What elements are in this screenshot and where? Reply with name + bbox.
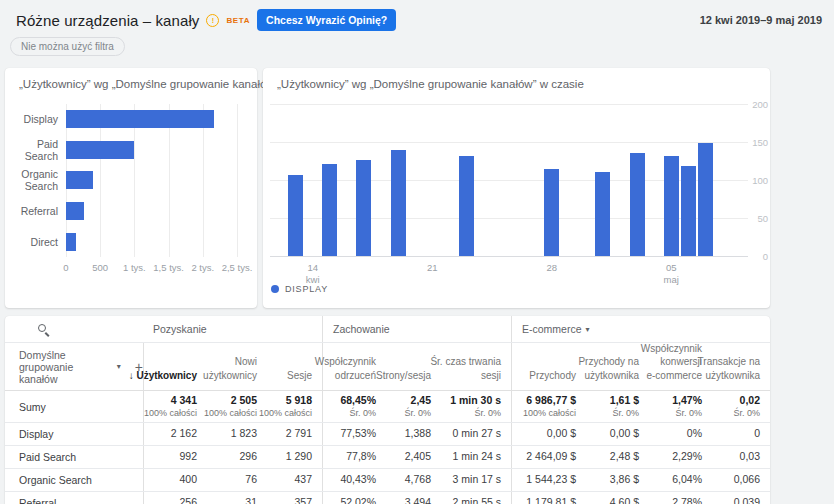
- column-header-sesje[interactable]: Sesje: [267, 343, 322, 390]
- cell-value: 2,48 $: [610, 450, 639, 464]
- value-cell: 2,29%: [649, 446, 712, 468]
- bar-organic-search[interactable]: [66, 171, 93, 189]
- cell-value: 437: [294, 473, 312, 487]
- column-header-u-ytkownicy[interactable]: ↓ Użytkownicy: [143, 343, 207, 390]
- value-cell: 0,039: [712, 492, 770, 504]
- x-tick-label: 14 kwi: [306, 262, 320, 286]
- column-header-nowi[interactable]: Nowi użytkownicy: [207, 343, 267, 390]
- y-tick-label: 100: [750, 175, 768, 186]
- time-bar-13-kwi[interactable]: [288, 175, 303, 256]
- column-header-label: Strony/sesja: [376, 369, 431, 383]
- group-header-zachowanie: Zachowanie: [322, 316, 511, 342]
- value-cell: 357: [267, 492, 322, 504]
- column-header-przychody-na[interactable]: Przychody na użytkownika: [586, 343, 649, 390]
- cell-value: 0,066: [734, 473, 760, 487]
- value-cell: 0,00 $: [586, 423, 649, 445]
- cell-value: 2 162: [171, 427, 197, 441]
- time-bar-17-kwi[interactable]: [356, 160, 371, 256]
- value-cell: 2 min 55 s: [441, 492, 511, 504]
- cell-value: 0 min 27 s: [453, 427, 501, 441]
- time-bar-23-kwi[interactable]: [459, 156, 474, 256]
- chevron-down-icon: ▾: [117, 362, 121, 371]
- bar-paid-search[interactable]: [66, 141, 134, 159]
- left-chart-row-display: Display: [5, 104, 237, 135]
- x-tick-label: 2,5 tys.: [222, 262, 253, 273]
- bar-referral[interactable]: [66, 202, 84, 220]
- left-chart-x-axis: 05001 tys.1,5 tys.2 tys.2,5 tys.: [66, 262, 237, 276]
- column-header-przychody[interactable]: Przychody: [511, 343, 586, 390]
- cell-subvalue: Śr. 0%: [450, 407, 501, 420]
- column-header-label: Współczynnik konwersji e-commerce: [641, 342, 702, 383]
- value-cell: 0,066: [712, 469, 770, 491]
- page-header: Różne urządzenia – kanały ! BETA Chcesz …: [16, 9, 396, 31]
- value-cell: 2 162: [143, 423, 207, 445]
- cell-value: 1 179,81 $: [526, 496, 576, 504]
- cell-value: 0,03: [740, 450, 760, 464]
- value-cell: 2,78%: [649, 492, 712, 504]
- date-range-selector[interactable]: 12 kwi 2019–9 maj 2019: [700, 14, 822, 26]
- search-icon: [38, 324, 49, 335]
- users-over-time-chart-card: „Użytkownicy” wg „Domyślne grupowanie ka…: [263, 68, 770, 308]
- value-cell: 0%: [649, 423, 712, 445]
- time-bar-28-kwi[interactable]: [544, 169, 559, 256]
- time-bar-1-maj[interactable]: [595, 172, 610, 256]
- x-tick-label: 2 tys.: [191, 262, 214, 273]
- cell-value: 1,47%: [672, 393, 702, 407]
- column-header-label: Śr. czas trwania sesji: [430, 355, 501, 382]
- channel-name: Referral: [5, 492, 143, 504]
- column-header-label: Nowi użytkownicy: [203, 355, 257, 382]
- x-tick-label: 500: [92, 262, 108, 273]
- x-tick-label: 21: [427, 262, 438, 274]
- bar-direct[interactable]: [66, 233, 76, 251]
- time-bar-15-kwi[interactable]: [322, 164, 337, 256]
- channel-name: Display: [5, 423, 143, 445]
- column-header--r-czas-trwania[interactable]: Śr. czas trwania sesji: [441, 343, 511, 390]
- value-cell: 2 464,09 $: [511, 446, 586, 468]
- column-header-transakcje-na[interactable]: Transakcje na użytkownika: [712, 343, 770, 390]
- category-label: Paid Search: [5, 138, 66, 162]
- value-cell: 1 290: [267, 446, 322, 468]
- bar-display[interactable]: [66, 110, 214, 128]
- cell-value: 296: [239, 450, 257, 464]
- time-bar-6-maj[interactable]: [681, 166, 696, 256]
- cell-value: 4 341: [144, 393, 197, 407]
- cell-value: 2 505: [204, 393, 257, 407]
- column-header-wsp-czynnik[interactable]: Współczynnik odrzuceń: [322, 343, 386, 390]
- table-group-header-row: Pozyskanie Zachowanie E-commerce ▾: [5, 316, 770, 343]
- feedback-button[interactable]: Chcesz Wyrazić Opinię?: [257, 9, 396, 31]
- cell-value: 6 986,77 $: [523, 393, 576, 407]
- page-title: Różne urządzenia – kanały: [16, 12, 199, 29]
- time-bar-7-maj[interactable]: [698, 143, 713, 256]
- cell-subvalue: 100% całości: [523, 407, 576, 420]
- cell-value: 400: [179, 473, 197, 487]
- cell-value: 31: [245, 496, 257, 504]
- table-row-referral: Referral2563135752,02%3,4942 min 55 s1 1…: [5, 492, 770, 504]
- cell-value: 0: [754, 427, 760, 441]
- x-tick-label: 1,5 tys.: [153, 262, 184, 273]
- bar-track: [66, 110, 237, 128]
- table-search-button[interactable]: [5, 316, 143, 342]
- cell-value: 5 918: [259, 393, 312, 407]
- value-cell: 992: [143, 446, 207, 468]
- value-cell: 400: [143, 469, 207, 491]
- cell-value: 1 290: [286, 450, 312, 464]
- table-row-display: Display2 1621 8232 79177,53%1,3880 min 2…: [5, 423, 770, 446]
- column-header-label: Współczynnik odrzuceń: [315, 355, 376, 382]
- time-bar-19-kwi[interactable]: [391, 150, 406, 256]
- dimension-dropdown[interactable]: Domyślne grupowanie kanałów: [19, 349, 113, 385]
- group-header-ecommerce[interactable]: E-commerce ▾: [511, 316, 770, 342]
- column-header-label: Przychody: [529, 369, 576, 383]
- cell-value: 2,405: [405, 450, 431, 464]
- cell-subvalue: Śr. 0%: [733, 407, 760, 420]
- value-cell: 52,02%: [322, 492, 386, 504]
- time-bar-3-maj[interactable]: [630, 153, 645, 256]
- x-tick-label: 05 maj: [664, 262, 679, 286]
- value-cell: 1,388: [386, 423, 441, 445]
- value-cell: 1,61 $Śr. 0%: [586, 391, 649, 422]
- left-chart-title: „Użytkownicy” wg „Domyślne grupowanie ka…: [19, 78, 278, 90]
- cell-value: 68,45%: [340, 393, 376, 407]
- channel-name: Organic Search: [5, 469, 143, 491]
- channels-bar-chart-card: „Użytkownicy” wg „Domyślne grupowanie ka…: [5, 68, 257, 308]
- cell-subvalue: 100% całości: [204, 407, 257, 420]
- time-bar-5-maj[interactable]: [664, 156, 679, 256]
